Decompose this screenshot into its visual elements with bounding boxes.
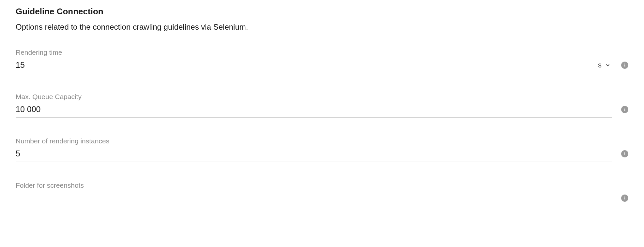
- rendering-time-unit-label: s: [598, 61, 602, 69]
- rendering-time-input[interactable]: [16, 60, 594, 70]
- field-rendering-time: Rendering time s i: [16, 49, 628, 73]
- info-icon[interactable]: i: [621, 195, 628, 202]
- chevron-down-icon: [605, 62, 611, 68]
- max-queue-label: Max. Queue Capacity: [16, 93, 612, 101]
- rendering-instances-input[interactable]: [16, 149, 612, 158]
- rendering-time-label: Rendering time: [16, 49, 612, 56]
- section-description: Options related to the connection crawli…: [16, 22, 628, 32]
- info-icon[interactable]: i: [621, 106, 628, 113]
- field-max-queue: Max. Queue Capacity i: [16, 93, 628, 118]
- info-icon[interactable]: i: [621, 150, 628, 157]
- screenshot-folder-label: Folder for screenshots: [16, 182, 612, 189]
- info-icon[interactable]: i: [621, 62, 628, 69]
- screenshot-folder-input[interactable]: [16, 193, 612, 203]
- max-queue-input[interactable]: [16, 105, 612, 114]
- section-title: Guideline Connection: [16, 7, 628, 17]
- rendering-instances-label: Number of rendering instances: [16, 137, 612, 145]
- field-screenshot-folder: Folder for screenshots i: [16, 182, 628, 206]
- rendering-time-unit-select[interactable]: s: [598, 61, 612, 69]
- field-rendering-instances: Number of rendering instances i: [16, 137, 628, 162]
